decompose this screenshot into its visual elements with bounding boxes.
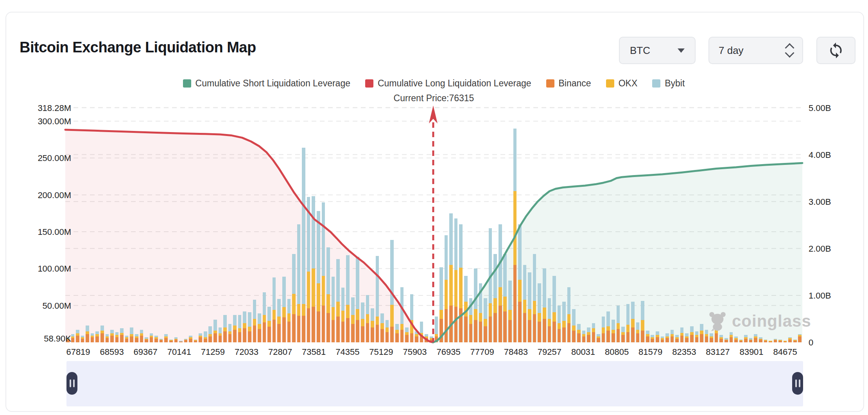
svg-text:73581: 73581 bbox=[302, 347, 326, 357]
svg-text:69367: 69367 bbox=[134, 347, 158, 357]
svg-text:81579: 81579 bbox=[638, 347, 662, 357]
svg-text:250.00M: 250.00M bbox=[38, 153, 71, 163]
svg-text:80805: 80805 bbox=[605, 347, 629, 357]
svg-text:82353: 82353 bbox=[672, 347, 696, 357]
svg-text:75129: 75129 bbox=[369, 347, 393, 357]
svg-text:83127: 83127 bbox=[706, 347, 730, 357]
scrollbar-left-handle[interactable] bbox=[66, 372, 77, 395]
svg-text:50.00M: 50.00M bbox=[43, 301, 71, 311]
watermark-text: coinglass bbox=[732, 312, 811, 331]
scrollbar-right-handle[interactable] bbox=[792, 372, 803, 395]
svg-text:76935: 76935 bbox=[437, 347, 461, 357]
coinglass-bear-icon bbox=[706, 310, 729, 333]
svg-text:72033: 72033 bbox=[235, 347, 258, 357]
liquidation-chart-canvas[interactable]: 318.28M300.00M250.00M200.00M150.00M100.0… bbox=[0, 0, 868, 415]
svg-text:75903: 75903 bbox=[403, 347, 427, 357]
svg-text:83901: 83901 bbox=[739, 347, 763, 357]
svg-text:300.00M: 300.00M bbox=[38, 116, 71, 126]
svg-text:2.00B: 2.00B bbox=[809, 244, 831, 254]
svg-text:74355: 74355 bbox=[335, 347, 359, 357]
svg-text:5.00B: 5.00B bbox=[809, 103, 831, 113]
svg-text:72807: 72807 bbox=[268, 347, 292, 357]
svg-text:70141: 70141 bbox=[167, 347, 191, 357]
svg-text:84675: 84675 bbox=[773, 347, 797, 357]
svg-text:68593: 68593 bbox=[100, 347, 124, 357]
svg-text:1.00B: 1.00B bbox=[809, 291, 831, 301]
current-price-line bbox=[429, 106, 438, 342]
svg-text:100.00M: 100.00M bbox=[38, 264, 71, 274]
svg-text:67819: 67819 bbox=[66, 347, 90, 357]
svg-text:3.00B: 3.00B bbox=[809, 197, 831, 207]
svg-text:200.00M: 200.00M bbox=[38, 190, 71, 200]
svg-text:150.00M: 150.00M bbox=[38, 227, 71, 237]
chart-range-scrollbar[interactable] bbox=[66, 361, 803, 406]
svg-text:71259: 71259 bbox=[201, 347, 225, 357]
svg-text:58.90K: 58.90K bbox=[44, 334, 71, 343]
svg-text:79257: 79257 bbox=[538, 347, 561, 357]
svg-text:80031: 80031 bbox=[571, 347, 595, 357]
svg-text:0: 0 bbox=[809, 338, 813, 347]
watermark: coinglass bbox=[706, 310, 811, 333]
svg-text:318.28M: 318.28M bbox=[38, 103, 71, 113]
svg-text:4.00B: 4.00B bbox=[809, 150, 831, 160]
svg-text:78483: 78483 bbox=[504, 347, 528, 357]
svg-text:77709: 77709 bbox=[470, 347, 494, 357]
